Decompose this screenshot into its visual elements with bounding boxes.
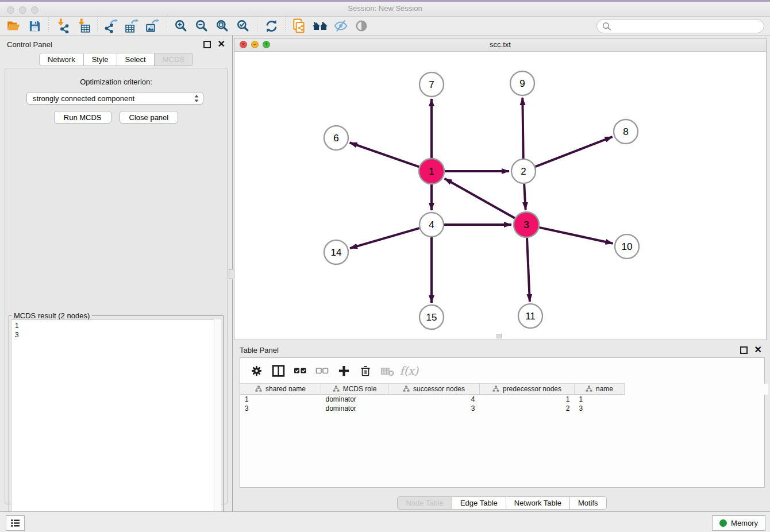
edge-3-10[interactable] <box>539 228 613 244</box>
search-field[interactable] <box>596 19 764 33</box>
maximize-network-icon[interactable]: + <box>263 41 270 48</box>
node-4[interactable]: 4 <box>419 213 444 237</box>
node-14[interactable]: 14 <box>324 240 348 264</box>
column-header-name[interactable]: name <box>575 384 625 395</box>
close-network-icon[interactable]: × <box>240 41 247 48</box>
mcds-result-box[interactable]: 13 <box>11 319 221 530</box>
panel-divider-grip[interactable] <box>229 269 234 279</box>
export-table-button[interactable] <box>122 17 143 34</box>
network-canvas[interactable]: 7968124314101511 <box>234 51 766 340</box>
import-table-button[interactable] <box>73 17 94 34</box>
home-button[interactable] <box>310 17 330 34</box>
select-all-button[interactable] <box>290 361 310 380</box>
close-table-panel-icon[interactable]: ✕ <box>754 346 762 354</box>
node-11[interactable]: 11 <box>518 304 542 328</box>
node-2[interactable]: 2 <box>511 159 536 183</box>
node-label: 7 <box>429 79 434 90</box>
open-file-button[interactable] <box>3 17 24 34</box>
edge-3-1[interactable] <box>445 179 515 218</box>
node-10[interactable]: 10 <box>615 234 639 259</box>
toolbar-separator <box>285 18 286 34</box>
tab-style[interactable]: Style <box>84 53 117 66</box>
edge-2-8[interactable] <box>536 137 613 167</box>
duplicate-network-button[interactable] <box>289 17 310 34</box>
column-header-shared-name[interactable]: shared name <box>240 384 321 395</box>
control-panel-tabs: NetworkStyleSelectMCDS <box>0 53 232 66</box>
export-image-button[interactable] <box>143 17 163 34</box>
float-table-panel-icon[interactable] <box>740 346 748 354</box>
hide-panels-button[interactable] <box>330 17 351 34</box>
float-panel-icon[interactable] <box>203 41 211 48</box>
node-7[interactable]: 7 <box>419 72 444 97</box>
cell[interactable]: 1 <box>480 395 575 404</box>
cell[interactable]: 3 <box>388 404 480 413</box>
cell[interactable]: 1 <box>240 395 321 404</box>
network-resize-grip[interactable] <box>496 334 502 338</box>
edge-1-6[interactable] <box>350 142 419 167</box>
task-history-button[interactable] <box>6 515 25 531</box>
gear-button[interactable] <box>246 361 267 380</box>
table-row[interactable]: 1dominator411 <box>240 395 768 404</box>
tab-node-table[interactable]: Node Table <box>397 496 452 510</box>
tab-network-table[interactable]: Network Table <box>506 496 570 510</box>
close-window-icon[interactable] <box>7 6 14 14</box>
memory-button[interactable]: Memory <box>712 515 765 531</box>
search-input[interactable] <box>612 21 764 31</box>
node-label: 3 <box>523 219 529 230</box>
column-header-successor-nodes[interactable]: successor nodes <box>388 384 480 395</box>
zoom-selected-button[interactable] <box>233 17 253 34</box>
node-table-container: f(x) shared nameMCDS rolesuccessor nodes… <box>240 357 765 488</box>
import-network-button[interactable] <box>52 17 73 34</box>
tab-edge-table[interactable]: Edge Table <box>452 496 506 510</box>
optimization-select[interactable]: strongly connected component <box>26 92 203 105</box>
minimize-window-icon[interactable] <box>19 6 26 14</box>
cell[interactable]: 4 <box>388 395 480 404</box>
zoom-out-button[interactable] <box>191 17 212 34</box>
edge-4-14[interactable] <box>350 228 419 248</box>
node-3[interactable]: 3 <box>514 212 539 237</box>
refresh-button[interactable] <box>261 17 282 34</box>
add-row-button[interactable] <box>333 361 354 380</box>
column-header-MCDS-role[interactable]: MCDS role <box>321 384 388 395</box>
minimize-network-icon[interactable]: − <box>251 41 259 48</box>
close-panel-icon[interactable]: ✕ <box>218 40 225 48</box>
node-6[interactable]: 6 <box>324 126 348 150</box>
tab-select[interactable]: Select <box>117 53 155 66</box>
edge-2-9[interactable] <box>522 98 523 159</box>
cell[interactable]: 2 <box>480 404 575 413</box>
tab-network[interactable]: Network <box>39 53 84 66</box>
save-session-button[interactable] <box>24 17 45 34</box>
cell[interactable]: 3 <box>240 404 321 413</box>
column-header-predecessor-nodes[interactable]: predecessor nodes <box>480 384 575 395</box>
edge-3-11[interactable] <box>527 238 530 302</box>
network-window-titlebar[interactable]: × − + scc.txt <box>234 38 766 52</box>
cell[interactable]: 3 <box>575 404 625 413</box>
zoom-fit-button[interactable] <box>212 17 233 34</box>
cell[interactable]: 1 <box>575 395 625 404</box>
close-panel-button[interactable]: Close panel <box>120 111 179 124</box>
toggle-views-button[interactable] <box>351 17 372 34</box>
node-8[interactable]: 8 <box>614 119 638 144</box>
edge-2-3[interactable] <box>524 184 525 210</box>
tab-motifs[interactable]: Motifs <box>570 496 607 510</box>
zoom-window-icon[interactable] <box>31 6 38 14</box>
cell[interactable]: dominator <box>321 395 388 404</box>
result-scrollbar[interactable] <box>214 319 221 530</box>
node-1[interactable]: 1 <box>419 159 444 184</box>
delete-table-button[interactable] <box>377 361 398 380</box>
zoom-in-button[interactable] <box>171 17 191 34</box>
cell[interactable]: dominator <box>321 404 388 413</box>
tab-mcds[interactable]: MCDS <box>155 53 193 66</box>
delete-row-button[interactable] <box>355 361 376 380</box>
columns-button[interactable] <box>268 361 288 380</box>
export-network-button[interactable] <box>101 17 122 34</box>
window-controls[interactable] <box>7 6 38 14</box>
table-row[interactable]: 3dominator323 <box>240 404 768 413</box>
node-9[interactable]: 9 <box>510 71 534 95</box>
function-button[interactable]: f(x) <box>399 361 419 380</box>
network-window-controls[interactable]: × − + <box>240 41 270 48</box>
deselect-all-button[interactable] <box>311 361 332 380</box>
run-mcds-button[interactable]: Run MCDS <box>54 111 111 124</box>
node-15[interactable]: 15 <box>419 305 444 329</box>
save-session-icon <box>28 20 41 33</box>
